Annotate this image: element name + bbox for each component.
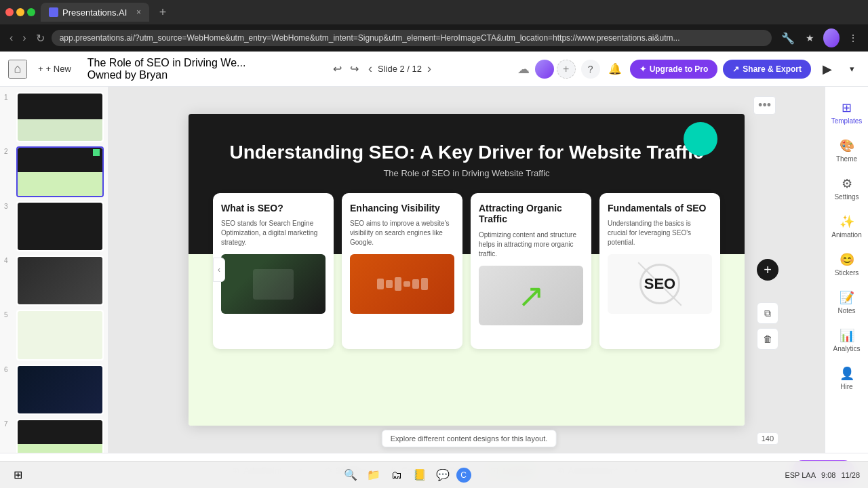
card-2[interactable]: Enhancing Visibility SEO aims to improve… bbox=[342, 193, 462, 349]
new-label: + New bbox=[46, 64, 71, 74]
card-1-desc: SEO stands for Search Engine Optimizatio… bbox=[221, 219, 326, 247]
redo-button[interactable]: ↪ bbox=[347, 60, 361, 78]
back-button[interactable]: ‹ bbox=[7, 29, 16, 47]
url-input[interactable] bbox=[52, 30, 772, 46]
sidebar-item-stickers-label: Stickers bbox=[835, 269, 859, 277]
play-button[interactable]: ▶ bbox=[816, 58, 838, 80]
start-button[interactable]: ⊞ bbox=[8, 466, 27, 485]
add-slide-element-button[interactable]: + bbox=[757, 259, 778, 281]
sidebar-item-templates[interactable]: ⊞ Templates bbox=[828, 95, 866, 130]
new-tab-button[interactable]: + bbox=[155, 4, 171, 20]
layouts-tooltip: Explore different content designs for th… bbox=[382, 430, 557, 447]
maximize-window-button[interactable] bbox=[27, 8, 35, 16]
sidebar-item-hire[interactable]: 👤 Hire bbox=[828, 361, 866, 396]
right-sidebar: ⊞ Templates 🎨 Theme ⚙ Settings ✨ Animati… bbox=[825, 87, 868, 453]
card-1[interactable]: What is SEO? SEO stands for Search Engin… bbox=[213, 193, 334, 349]
taskbar-search[interactable]: 🔍 bbox=[341, 466, 360, 485]
more-options-icon[interactable]: ⋮ bbox=[845, 30, 861, 46]
sidebar-item-notes[interactable]: 📝 Notes bbox=[828, 285, 866, 320]
slide-preview-3 bbox=[18, 203, 102, 250]
share-export-label: Share & Export bbox=[743, 64, 802, 74]
sidebar-item-theme-label: Theme bbox=[836, 155, 857, 163]
sidebar-item-analytics-label: Analytics bbox=[833, 345, 860, 352]
profile-icon[interactable] bbox=[823, 30, 840, 46]
hire-icon: 👤 bbox=[840, 366, 854, 381]
toolbar-center: ↩ ↪ ‹ Slide 2 / 12 › bbox=[330, 60, 433, 78]
refresh-button[interactable]: ↻ bbox=[33, 29, 47, 47]
slide-image-6 bbox=[16, 365, 104, 415]
slide-thumbnail-7[interactable]: 7 bbox=[4, 419, 104, 453]
play-dropdown-button[interactable]: ▾ bbox=[844, 61, 860, 77]
upgrade-button[interactable]: ✦ Upgrade to Pro bbox=[630, 60, 718, 79]
document-owner: Owned by Bryan bbox=[87, 69, 246, 81]
copy-button[interactable]: ⧉ bbox=[757, 302, 778, 324]
card-4-desc: Understanding the basics is crucial for … bbox=[608, 219, 712, 247]
user-avatar[interactable] bbox=[535, 60, 554, 79]
teal-decoration bbox=[684, 122, 717, 156]
canvas-action-buttons: ⧉ 🗑 bbox=[757, 302, 778, 350]
upgrade-icon: ✦ bbox=[639, 64, 646, 74]
card-3-desc: Optimizing content and structure helps i… bbox=[479, 230, 583, 259]
document-title: The Role of SEO in Driving We... bbox=[87, 57, 246, 69]
slide-subtitle: The Role of SEO in Driving Website Traff… bbox=[216, 168, 717, 178]
taskbar-notes[interactable]: 📒 bbox=[410, 466, 429, 485]
slide-preview-4 bbox=[18, 257, 102, 304]
sidebar-item-stickers[interactable]: 😊 Stickers bbox=[828, 247, 866, 282]
browser-tab[interactable]: Presentations.AI × bbox=[41, 3, 149, 22]
sidebar-item-animation-label: Animation bbox=[831, 231, 861, 239]
sidebar-item-analytics[interactable]: 📊 Analytics bbox=[828, 323, 866, 358]
stickers-icon: 😊 bbox=[840, 252, 854, 267]
window-controls[interactable] bbox=[5, 8, 35, 16]
card-2-desc: SEO aims to improve a website's visibili… bbox=[350, 219, 454, 247]
next-slide-button[interactable]: › bbox=[426, 60, 433, 77]
tab-favicon bbox=[49, 7, 58, 17]
new-button[interactable]: + + New bbox=[33, 60, 77, 77]
home-button[interactable]: ⌂ bbox=[8, 60, 27, 79]
delete-button[interactable]: 🗑 bbox=[757, 328, 778, 350]
close-window-button[interactable] bbox=[5, 8, 14, 16]
taskbar-explorer[interactable]: 🗂 bbox=[387, 466, 406, 485]
extensions-icon[interactable]: 🔧 bbox=[780, 30, 796, 46]
taskbar-chrome[interactable]: C bbox=[456, 468, 471, 483]
slide-thumbnail-3[interactable]: 3 bbox=[4, 201, 104, 251]
slide-thumbnail-5[interactable]: 5 bbox=[4, 310, 104, 360]
slide-thumbnail-4[interactable]: 4 bbox=[4, 256, 104, 306]
slide-header: Understanding SEO: A Key Driver for Webs… bbox=[202, 127, 731, 188]
slide-image-7 bbox=[16, 419, 104, 453]
sidebar-item-animation[interactable]: ✨ Animation bbox=[828, 209, 866, 244]
upgrade-label: Upgrade to Pro bbox=[650, 64, 709, 74]
panel-toggle-button[interactable]: ‹ bbox=[213, 258, 225, 282]
undo-button[interactable]: ↩ bbox=[330, 60, 344, 78]
new-plus-icon: + bbox=[38, 64, 43, 74]
taskbar-center: 🔍 📁 🗂 📒 💬 C bbox=[341, 466, 471, 485]
document-title-area: The Role of SEO in Driving We... Owned b… bbox=[87, 57, 246, 81]
slide-thumbnail-2[interactable]: 2 bbox=[4, 146, 104, 197]
add-collaborator-button[interactable]: + bbox=[557, 60, 576, 79]
forward-button[interactable]: › bbox=[20, 29, 28, 47]
slide-number-3: 3 bbox=[4, 201, 14, 210]
taskbar-slack[interactable]: 💬 bbox=[433, 466, 452, 485]
slide-number-1: 1 bbox=[4, 92, 14, 101]
slide-image-3 bbox=[16, 201, 104, 251]
slide-thumbnail-1[interactable]: 1 bbox=[4, 92, 104, 142]
tab-close-icon[interactable]: × bbox=[136, 7, 141, 17]
slide-thumbnail-6[interactable]: 6 bbox=[4, 365, 104, 415]
bookmark-icon[interactable]: ★ bbox=[802, 30, 818, 46]
share-export-button[interactable]: ↗ Share & Export bbox=[723, 60, 811, 79]
card-4[interactable]: Fundamentals of SEO Understanding the ba… bbox=[599, 193, 720, 349]
slide-counter-label: Slide 2 / 12 bbox=[378, 64, 422, 74]
taskbar-right: ESP LAA 9:08 11/28 bbox=[785, 471, 860, 479]
canvas-more-options[interactable]: ••• bbox=[753, 96, 776, 115]
sidebar-item-settings[interactable]: ⚙ Settings bbox=[828, 171, 866, 206]
sidebar-item-theme[interactable]: 🎨 Theme bbox=[828, 133, 866, 168]
minimize-window-button[interactable] bbox=[16, 8, 24, 16]
help-button[interactable]: ? bbox=[581, 60, 600, 79]
animation-icon: ✨ bbox=[840, 214, 854, 229]
card-3[interactable]: Attracting Organic Traffic Optimizing co… bbox=[471, 193, 591, 349]
notifications-button[interactable]: 🔔 bbox=[606, 60, 625, 79]
taskbar-files[interactable]: 📁 bbox=[364, 466, 383, 485]
card-3-title: Attracting Organic Traffic bbox=[479, 203, 583, 226]
slide-number-4: 4 bbox=[4, 256, 14, 264]
prev-slide-button[interactable]: ‹ bbox=[367, 60, 374, 77]
cloud-save-button[interactable]: ☁ bbox=[517, 62, 530, 77]
